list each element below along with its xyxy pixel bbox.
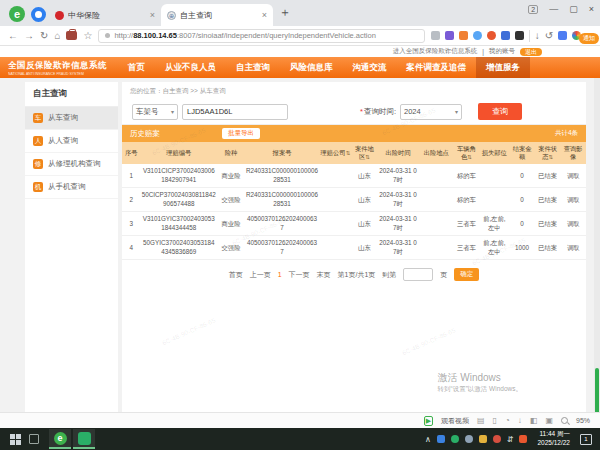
query-button[interactable]: 查询 (478, 103, 522, 120)
bookmark-star-icon[interactable]: ☆ (83, 31, 92, 41)
extension-purple-icon[interactable] (445, 31, 454, 40)
nav-item-bad-practitioners[interactable]: 从业不良人员 (155, 57, 226, 78)
col-vehicle-role[interactable]: 车辆角色⇅ (454, 142, 480, 164)
sidebar-item-query-by-vehicle[interactable]: 车 从车查询 (25, 107, 118, 130)
cell: 50GYIC370024030531844345836869 (141, 236, 218, 260)
sidebar-item-query-by-repair-org[interactable]: 修 从修理机构查询 (25, 153, 118, 176)
favorites-folder-icon[interactable] (66, 31, 77, 40)
extension-blue-circle-icon[interactable] (473, 31, 482, 40)
tray-red-icon[interactable] (493, 435, 501, 443)
notification-center-icon[interactable]: 1 (580, 434, 592, 445)
query-time-select[interactable]: 2024 ▾ (400, 104, 462, 120)
last-page-link[interactable]: 末页 (317, 270, 331, 280)
taskbar-clock[interactable]: 11:44 周一 2025/12/22 (537, 430, 570, 448)
taskbar-app-browser[interactable]: e (49, 429, 71, 449)
new-tab-button[interactable]: ＋ (279, 4, 291, 21)
first-page-link[interactable]: 首页 (229, 270, 243, 280)
nav-item-communication[interactable]: 沟通交流 (343, 57, 397, 78)
mobile-view-icon[interactable]: ▯ (493, 416, 497, 425)
vin-input[interactable]: LJD5AA1D6L (182, 104, 288, 120)
task-view-icon[interactable] (29, 434, 39, 444)
extension-blue-icon[interactable] (501, 31, 510, 40)
extension-dark-icon[interactable] (515, 31, 524, 40)
sort-icon[interactable]: ⇅ (346, 150, 351, 156)
tray-sogou-icon[interactable] (519, 435, 527, 443)
download-tray-icon[interactable]: ↓ (518, 416, 522, 425)
tray-blue-icon[interactable] (437, 435, 445, 443)
tab-self-query[interactable]: ⊕ 自主查询 × (161, 4, 273, 26)
back-icon[interactable]: ← (8, 31, 18, 41)
field-type-select[interactable]: 车架号 ▾ (132, 104, 178, 120)
prev-page-link[interactable]: 上一页 (250, 270, 271, 280)
nav-item-self-query[interactable]: 自主查询 (226, 57, 280, 78)
nav-item-home[interactable]: 首页 (118, 57, 155, 78)
claims-table: 序号 理赔编号 险种 报案号 理赔公司⇅ 案件地区⇅ 出险时间 出险地点 车辆角… (122, 142, 586, 260)
home-icon[interactable]: ⌂ (54, 31, 60, 41)
start-button[interactable] (10, 434, 21, 445)
tray-expand-icon[interactable]: ∧ (425, 435, 431, 444)
retrieve-link[interactable]: 调取 (560, 188, 586, 212)
retrieve-link[interactable]: 调取 (560, 212, 586, 236)
retrieve-link[interactable]: 调取 (560, 236, 586, 260)
next-page-link[interactable]: 下一页 (289, 270, 310, 280)
zoom-lens-icon[interactable] (561, 417, 568, 424)
watch-video-label[interactable]: 观看视频 (441, 416, 469, 426)
enter-system-link[interactable]: 进入全国反保险欺诈信息系统 (393, 47, 478, 56)
sidebar-item-query-by-phone[interactable]: 机 从手机查询 (25, 176, 118, 199)
reload-icon[interactable]: ↻ (40, 31, 48, 41)
close-button[interactable]: × (589, 4, 594, 14)
browser-logo-icon[interactable]: e (9, 6, 25, 22)
tray-person-icon[interactable] (465, 435, 473, 443)
current-page[interactable]: 1 (278, 271, 282, 278)
mute-icon[interactable]: ◧ (530, 416, 538, 425)
zoom-level[interactable]: 95% (576, 417, 590, 424)
reader-icon[interactable]: ◔ (505, 416, 510, 425)
retrieve-link[interactable]: 调取 (560, 164, 586, 188)
app-blue-icon[interactable] (558, 31, 567, 40)
sort-icon[interactable]: ⇅ (548, 154, 553, 160)
col-case-region[interactable]: 案件地区⇅ (352, 142, 378, 164)
sidebar-item-query-by-person[interactable]: 人 从人查询 (25, 130, 118, 153)
total-count: 共计4条 (555, 129, 578, 138)
site-info-icon[interactable] (105, 33, 110, 38)
nav-item-value-added[interactable]: 增值服务 (476, 57, 530, 78)
scrollbar-thumb[interactable] (595, 368, 599, 414)
page-scrollbar[interactable] (594, 78, 600, 412)
tray-network-icon[interactable]: ⇵ (507, 435, 514, 444)
tray-lock-icon[interactable] (479, 435, 487, 443)
play-icon[interactable]: ▶ (424, 416, 433, 426)
col-claim-company[interactable]: 理赔公司⇅ (319, 142, 351, 164)
site-logo: 全国反保险欺诈信息系统 NATIONAL ANTI INSURANCE FRAU… (0, 60, 118, 76)
col-case-status[interactable]: 案件状态⇅ (535, 142, 561, 164)
sort-icon[interactable]: ⇅ (365, 154, 370, 160)
extension-red-circle-icon[interactable] (487, 31, 496, 40)
minimize-button[interactable]: — (549, 4, 558, 14)
extension-orange-icon[interactable] (459, 31, 468, 40)
shield-icon[interactable]: ▤ (477, 416, 485, 425)
logout-button[interactable]: 退出 (520, 48, 542, 56)
tab-close-icon[interactable]: × (262, 10, 267, 20)
notification-tag[interactable]: 通知 (579, 33, 599, 44)
goto-confirm-button[interactable]: 确定 (454, 268, 479, 281)
fullscreen-icon[interactable]: ▣ (545, 416, 553, 425)
site-logo-en: NATIONAL ANTI INSURANCE FRAUD SYSTEM (8, 72, 118, 76)
sidebar-item-label: 从手机查询 (48, 182, 86, 192)
nav-item-risk-library[interactable]: 风险信息库 (280, 57, 343, 78)
forward-icon[interactable]: → (24, 31, 34, 41)
maximize-button[interactable]: ▢ (569, 4, 578, 14)
address-bar[interactable]: http://88.100.14.65:8007/sinoiaaf/indepe… (98, 29, 424, 43)
tab-zhonghua[interactable]: 中华保险 × (49, 4, 161, 26)
my-account-link[interactable]: 我的账号 (489, 47, 515, 56)
extension-scissors-icon[interactable] (431, 31, 440, 40)
sort-icon[interactable]: ⇅ (467, 154, 472, 160)
download-icon[interactable]: ↓ (535, 31, 540, 41)
tab-close-icon[interactable]: × (150, 10, 155, 20)
nav-item-case-investigation[interactable]: 案件调查及追偿 (397, 57, 477, 78)
goto-page-input[interactable] (403, 268, 433, 281)
history-undo-icon[interactable]: ↺ (545, 31, 553, 41)
batch-export-button[interactable]: 批量导出 (222, 128, 260, 139)
speed-dial-icon[interactable] (31, 7, 46, 22)
tray-green-icon[interactable] (451, 435, 459, 443)
multi-window-badge[interactable]: 2 (528, 5, 538, 14)
taskbar-app-wechat[interactable] (73, 429, 95, 449)
